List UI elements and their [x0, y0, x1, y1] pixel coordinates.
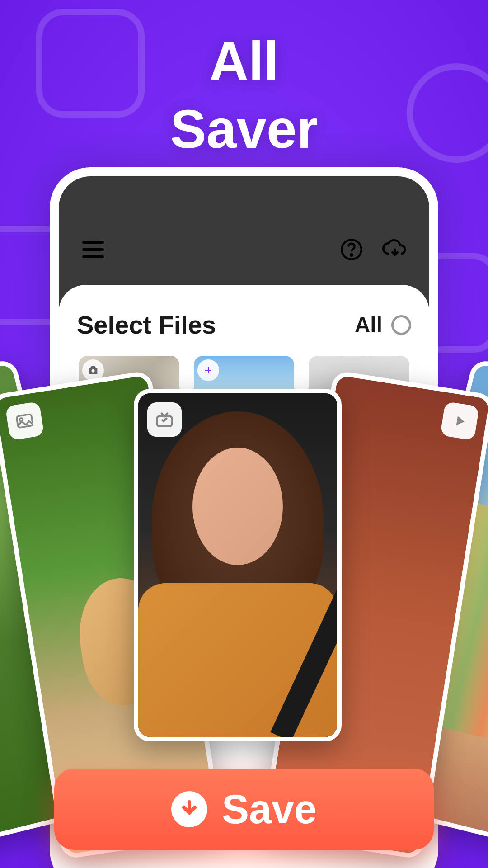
save-button[interactable]: Save: [54, 769, 434, 850]
hamburger-icon: [82, 241, 104, 258]
title-line-2: Saver: [0, 95, 488, 163]
app-title: All Saver: [0, 27, 488, 163]
media-card[interactable]: [134, 389, 342, 741]
cloud-download-icon: [382, 237, 408, 262]
play-icon: [440, 401, 479, 441]
plus-icon: [197, 359, 219, 381]
save-label: Save: [222, 786, 317, 833]
title-line-1: All: [0, 27, 488, 95]
menu-button[interactable]: [80, 237, 106, 262]
select-files-title: Select Files: [77, 310, 216, 340]
all-label: All: [355, 312, 382, 337]
download-cloud-button[interactable]: [382, 237, 408, 262]
radio-unchecked-icon: [391, 315, 411, 335]
select-header: Select Files All: [77, 310, 411, 340]
photo-icon: [5, 401, 44, 441]
tv-icon: [147, 402, 182, 437]
svg-point-1: [351, 254, 352, 255]
select-all-control[interactable]: All: [355, 312, 411, 337]
download-arrow-icon: [171, 791, 207, 827]
app-bar: [59, 176, 429, 285]
help-icon: [340, 238, 363, 261]
help-button[interactable]: [339, 237, 364, 262]
svg-point-2: [92, 369, 95, 373]
